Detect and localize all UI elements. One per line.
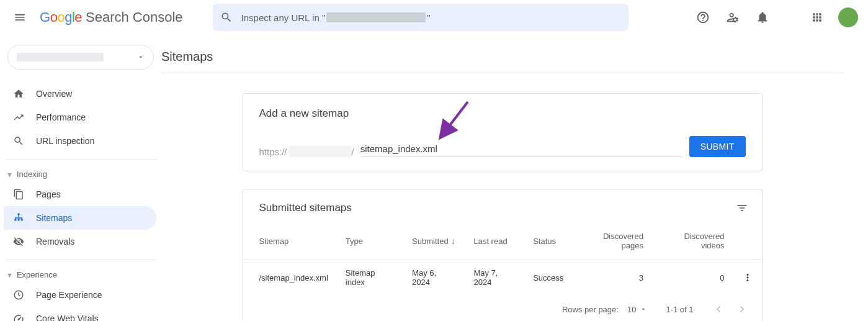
sort-desc-icon: ↓: [451, 236, 455, 246]
col-discovered-videos[interactable]: Discovered videos: [652, 223, 733, 260]
apps-icon: [811, 11, 823, 24]
sidebar-item-label: Overview: [36, 89, 72, 99]
sidebar-item-label: Performance: [36, 112, 86, 122]
logo-product: Search Console: [86, 9, 183, 25]
table-footer: Rows per page: 10 1-1 of 1: [243, 296, 762, 321]
cell-submitted: May 6, 2024: [403, 260, 465, 296]
main-content: Sitemaps Add a new sitemap https:/// SUB…: [161, 35, 868, 321]
sidebar-item-pages[interactable]: Pages: [4, 183, 156, 206]
chevron-down-icon: [137, 53, 145, 61]
sidebar-item-url-inspection[interactable]: URL inspection: [4, 129, 156, 153]
col-sitemap[interactable]: Sitemap: [243, 223, 337, 260]
visibility-off-icon: [12, 236, 25, 247]
bell-icon: [756, 11, 769, 24]
redacted-property: [17, 53, 104, 61]
submitted-sitemaps-card: Submitted sitemaps Sitemap Type Submitte…: [243, 189, 763, 321]
url-inspect-search[interactable]: Inspect any URL in "": [213, 4, 629, 31]
sidebar-item-label: Pages: [36, 189, 61, 199]
speed-icon: [12, 313, 25, 321]
pagination-range: 1-1 of 1: [666, 305, 693, 314]
menu-icon: [14, 11, 26, 24]
page-title: Sitemaps: [161, 50, 843, 64]
sidebar-item-label: Removals: [36, 237, 74, 246]
sidebar-item-overview[interactable]: Overview: [4, 82, 156, 106]
filter-icon: [736, 202, 748, 214]
col-last-read[interactable]: Last read: [465, 223, 524, 260]
sidebar-item-label: Page Experience: [36, 290, 102, 300]
caret-down-icon: ▼: [6, 171, 13, 178]
account-avatar[interactable]: [838, 7, 858, 27]
redacted-domain: [289, 146, 352, 157]
sidebar-item-label: Sitemaps: [36, 213, 72, 223]
page-experience-icon: [12, 289, 25, 301]
add-sitemap-card: Add a new sitemap https:/// SUBMIT: [243, 93, 763, 171]
sidebar-item-label: URL inspection: [36, 136, 94, 146]
chevron-down-icon: [640, 305, 647, 313]
sidebar-item-removals[interactable]: Removals: [4, 230, 156, 253]
search-small-icon: [12, 135, 25, 147]
rows-per-page-select[interactable]: 10: [627, 305, 647, 314]
sidebar-item-core-web-vitals[interactable]: Core Web Vitals: [4, 307, 156, 321]
search-icon: [220, 11, 233, 24]
svg-rect-2: [18, 219, 20, 221]
more-vert-icon: [742, 272, 753, 283]
pages-icon: [12, 189, 25, 200]
logo-google: Google: [40, 9, 82, 25]
hamburger-menu[interactable]: [7, 5, 32, 30]
svg-rect-0: [18, 214, 20, 215]
section-experience[interactable]: ▼ Experience: [5, 264, 156, 283]
trending-icon: [12, 112, 25, 123]
chevron-left-icon: [712, 303, 725, 315]
help-icon: [696, 11, 710, 24]
sidebar: Overview Performance URL inspection ▼ In…: [0, 35, 161, 321]
logo[interactable]: Google Search Console: [40, 9, 183, 25]
col-discovered-pages[interactable]: Discovered pages: [572, 223, 652, 260]
svg-rect-1: [14, 219, 16, 221]
sitemap-url-input[interactable]: [360, 141, 683, 157]
cell-sitemap: /sitemap_index.xml: [243, 260, 337, 296]
table-row[interactable]: /sitemap_index.xml Sitemap index May 6, …: [243, 260, 762, 296]
submit-button[interactable]: SUBMIT: [689, 136, 746, 157]
sidebar-item-page-experience[interactable]: Page Experience: [4, 283, 156, 307]
sidebar-item-performance[interactable]: Performance: [4, 106, 156, 129]
row-menu-button[interactable]: [733, 260, 762, 296]
prev-page-button[interactable]: [712, 303, 725, 315]
cell-discovered-pages: 3: [572, 260, 652, 296]
cell-type: Sitemap index: [337, 260, 403, 296]
cell-last-read: May 7, 2024: [465, 260, 524, 296]
notifications-button[interactable]: [750, 5, 775, 30]
home-icon: [12, 88, 25, 99]
caret-down-icon: ▼: [6, 271, 13, 279]
section-indexing[interactable]: ▼ Indexing: [5, 163, 156, 183]
sitemaps-table: Sitemap Type Submitted↓ Last read Status…: [243, 223, 762, 296]
sidebar-item-label: Core Web Vitals: [36, 314, 99, 321]
manage-users-button[interactable]: [720, 5, 745, 30]
property-selector[interactable]: [7, 45, 154, 70]
help-button[interactable]: [691, 5, 715, 30]
sitemap-url-prefix: https:///: [259, 146, 354, 157]
rows-per-page-label: Rows per page:: [562, 305, 619, 314]
search-placeholder: Inspect any URL in "": [241, 12, 431, 23]
apps-button[interactable]: [805, 5, 830, 30]
svg-rect-3: [21, 219, 23, 221]
sidebar-item-sitemaps[interactable]: Sitemaps: [4, 206, 156, 230]
cell-discovered-videos: 0: [652, 260, 733, 296]
col-status[interactable]: Status: [524, 223, 572, 260]
cell-status: Success: [524, 260, 572, 296]
chevron-right-icon: [736, 303, 748, 315]
col-type[interactable]: Type: [337, 223, 403, 260]
add-sitemap-title: Add a new sitemap: [259, 107, 746, 120]
sitemap-icon: [12, 212, 25, 224]
filter-button[interactable]: [736, 202, 748, 214]
user-settings-icon: [726, 11, 740, 24]
col-submitted[interactable]: Submitted↓: [403, 223, 465, 260]
redacted-domain: [326, 12, 426, 22]
next-page-button[interactable]: [736, 303, 748, 315]
submitted-sitemaps-title: Submitted sitemaps: [259, 202, 352, 214]
